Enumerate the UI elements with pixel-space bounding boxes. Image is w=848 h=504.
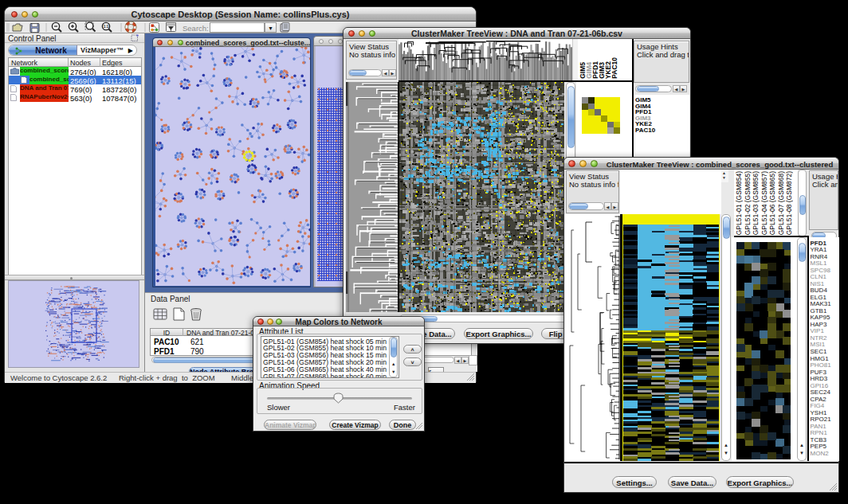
svg-text:1:1: 1:1 (104, 25, 109, 29)
